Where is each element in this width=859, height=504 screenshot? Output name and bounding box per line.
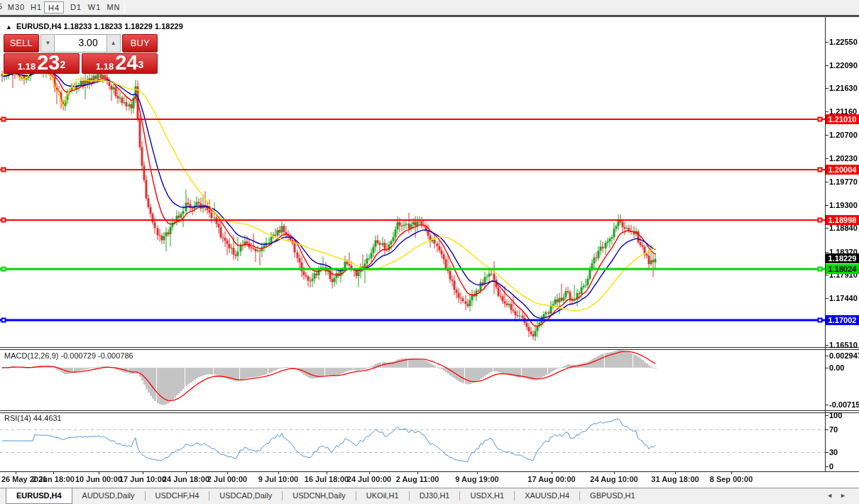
price-axis-tick-label: 1.20700: [829, 131, 858, 139]
date-axis-label: 24 Jun 18:00: [163, 475, 209, 483]
sell-button[interactable]: SELL: [4, 34, 39, 53]
hline-price-tag: 1.18024: [826, 264, 859, 274]
rsi-axis-label: 70: [829, 425, 838, 434]
price-axis-tick-label: 1.21630: [829, 84, 858, 92]
macd-label: MACD(12,26,9) -0.000729 -0.000786: [4, 351, 133, 360]
price-axis-tick-label: 1.20230: [829, 154, 858, 163]
hline-price-tag: 1.21010: [826, 114, 859, 124]
date-axis-label: 31 Aug 18:00: [651, 475, 699, 483]
price-axis-tick-label: 1.19300: [829, 201, 858, 209]
chart-tab-xauusd-h4[interactable]: XAUUSD,H4: [515, 488, 579, 503]
chart-tab-ukoil-h1[interactable]: UKOil,H1: [356, 488, 409, 503]
current-price-tag: 1.18229: [826, 253, 859, 263]
date-axis-label: 17 Jun 10:00: [119, 475, 166, 483]
price-axis-tick-label: 1.17440: [829, 294, 858, 302]
sell-price-big: 23: [37, 54, 60, 72]
one-click-trading-panel: SELL ▼ 3.00 ▲ BUY 1.18 23 2 1.18 24 3: [4, 34, 158, 74]
buy-button[interactable]: BUY: [122, 34, 158, 53]
chart-tab-usdchf-h4[interactable]: USDCHF,H4: [146, 488, 209, 503]
chart-tab-gbpusd-h1[interactable]: GBPUSD,H1: [580, 488, 645, 503]
buy-price-pip: 3: [138, 54, 143, 75]
date-axis-label: 8 Sep 00:00: [710, 475, 753, 483]
date-axis-label: 24 Aug 10:00: [590, 475, 638, 483]
date-axis-label: 2 Aug 11:00: [396, 475, 439, 483]
hline-price-tag: 1.18998: [826, 215, 859, 225]
price-axis-tick-label: 1.19770: [829, 177, 858, 186]
hline-price-tag: 1.17002: [826, 315, 859, 325]
hline-price-tag: 1.20004: [826, 165, 859, 175]
price-axis-tick-label: 1.22090: [829, 61, 858, 70]
chart-tab-usdx-h1[interactable]: USDX,H1: [460, 488, 514, 503]
rsi-axis-label: 100: [829, 411, 842, 420]
chart-symbol-header: ▲EURUSD,H4 1.18233 1.18233 1.18229 1.182…: [6, 22, 183, 31]
rsi-label: RSI(14) 44.4631: [4, 414, 62, 422]
volume-increase-button[interactable]: ▲: [106, 34, 121, 53]
buy-price-box[interactable]: 1.18 24 3: [82, 53, 158, 74]
date-axis-label: 9 Jul 10:00: [258, 475, 298, 483]
date-axis-label: 9 Aug 19:00: [455, 475, 498, 483]
chart-tab-eurusd-h4[interactable]: EURUSD,H4: [6, 488, 72, 504]
date-axis-label: 17 Aug 00:00: [527, 475, 575, 483]
rsi-axis-label: 0: [829, 462, 833, 471]
price-axis-tick-label: 1.22550: [829, 38, 858, 46]
macd-axis-label: -0.007151: [829, 400, 859, 409]
date-axis-label: 24 Jul 00:00: [347, 475, 391, 483]
buy-price-small: 1.18: [96, 61, 114, 72]
chart-tab-bar: EURUSD,H4AUDUSD,DailyUSDCHF,H4USDCAD,Dai…: [0, 488, 859, 504]
mt4-window: 5 M30H1H4D1W1MN ▲EURUSD,H4 1.18233 1.182…: [0, 0, 859, 504]
chart-tab-usdcnh-daily[interactable]: USDCNH,Daily: [283, 488, 356, 503]
collapse-panel-icon[interactable]: ▲: [6, 23, 12, 31]
buy-price-big: 24: [115, 54, 138, 72]
chart-tab-audusd-daily[interactable]: AUDUSD,Daily: [72, 488, 145, 503]
chart-tab-dj30-h1[interactable]: DJ30,H1: [410, 488, 460, 503]
chart-tab-usdcad-daily[interactable]: USDCAD,Daily: [209, 488, 282, 503]
macd-axis-label: 0.00: [829, 363, 844, 372]
date-axis-label: 2 Jul 00:00: [207, 475, 247, 483]
sell-price-pip: 2: [60, 54, 65, 75]
volume-input[interactable]: 3.00: [55, 34, 106, 53]
volume-decrease-button[interactable]: ▼: [40, 34, 55, 53]
tab-scroll-left-icon[interactable]: ◄: [826, 492, 840, 499]
macd-axis-label: 0.002947: [829, 351, 859, 360]
date-axis-label: 10 Jun 00:00: [75, 475, 122, 483]
date-axis-label: 2 Jun 18:00: [32, 475, 75, 483]
sell-price-box[interactable]: 1.18 23 2: [4, 53, 80, 74]
date-axis-label: 16 Jul 18:00: [305, 475, 349, 483]
tab-scroll-right-icon[interactable]: ►: [840, 492, 853, 499]
price-axis-tick-label: 1.16510: [829, 341, 858, 349]
rsi-axis-label: 30: [829, 448, 838, 456]
ohlc-text: EURUSD,H4 1.18233 1.18233 1.18229 1.1822…: [16, 22, 183, 31]
tab-scroll-arrows[interactable]: ◄►: [826, 492, 853, 499]
sell-price-small: 1.18: [18, 61, 35, 72]
